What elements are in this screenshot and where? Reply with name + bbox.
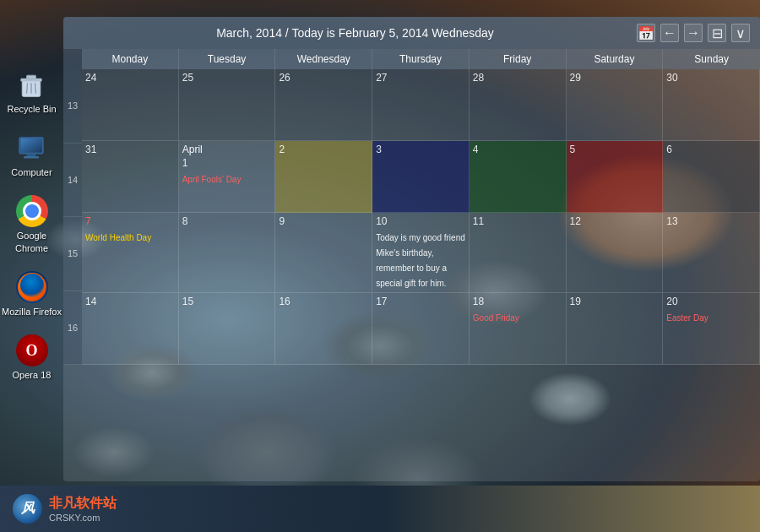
firefox-label: Mozilla Firefox — [2, 307, 62, 317]
cell-apr9[interactable]: 9 — [275, 213, 372, 293]
cell-apr15[interactable]: 15 — [179, 293, 276, 365]
chrome-label2: Chrome — [15, 243, 48, 253]
week-num-15: 15 — [63, 217, 82, 291]
computer-icon[interactable]: Computer — [11, 131, 52, 177]
date-apr18: 18 — [473, 296, 562, 307]
mozilla-firefox-icon[interactable]: Mozilla Firefox — [2, 270, 62, 317]
svg-rect-2 — [27, 75, 36, 79]
cell-feb28[interactable]: 28 — [470, 69, 567, 141]
date-feb25: 25 — [182, 72, 272, 84]
header-controls: 📅 ← → ⊟ ∨ — [637, 24, 750, 42]
prev-btn[interactable]: ← — [660, 24, 679, 42]
cell-apr18[interactable]: 18 Good Friday — [470, 293, 567, 365]
dropdown-btn[interactable]: ∨ — [731, 24, 750, 42]
cell-feb25[interactable]: 25 — [179, 69, 276, 141]
date-apr1: 1 — [182, 157, 272, 169]
opera-icon-graphic: O — [16, 334, 48, 366]
calendar-body: 13 14 15 16 24 25 26 27 28 29 — [63, 69, 760, 365]
date-apr6: 6 — [666, 144, 756, 155]
date-apr17: 17 — [376, 296, 465, 307]
date-apr12: 12 — [570, 215, 660, 227]
event-apr18: Good Friday — [473, 313, 519, 323]
cell-apr4[interactable]: 4 — [470, 141, 567, 213]
cell-month-label[interactable]: April 1 April Fools' Day — [179, 141, 276, 213]
opera-label: Opera 18 — [13, 370, 52, 380]
google-chrome-icon[interactable]: Google Chrome — [15, 194, 49, 253]
weekday-tuesday: Tuesday — [179, 49, 276, 69]
cell-mar1-wk13[interactable]: 29 — [567, 69, 664, 141]
week-num-14: 14 — [63, 144, 82, 218]
date-apr11: 11 — [473, 215, 562, 227]
cell-feb26[interactable]: 26 — [275, 69, 372, 141]
cell-mar31[interactable]: 31 — [82, 141, 179, 213]
weekday-sunday: Sunday — [663, 49, 760, 69]
svg-rect-10 — [24, 156, 39, 159]
desktop-icons-panel: Recycle Bin Computer Googl — [0, 68, 63, 380]
cell-apr16[interactable]: 16 — [275, 293, 372, 365]
calendar: March, 2014 / Today is February 5, 2014 … — [63, 17, 760, 481]
cell-apr13[interactable]: 13 — [663, 213, 760, 293]
brand-text: 非凡软件站 CRSKY.com — [49, 495, 117, 523]
chrome-label: Google — [17, 231, 46, 241]
date-apr9: 9 — [279, 215, 368, 227]
date-apr7: 7 — [85, 215, 175, 227]
date-apr10: 10 — [376, 215, 465, 227]
date-apr4: 4 — [473, 144, 562, 155]
recycle-bin-icon[interactable]: Recycle Bin — [7, 68, 56, 114]
brand-logo: 风 非凡软件站 CRSKY.com — [13, 494, 117, 524]
cell-apr19[interactable]: 19 — [567, 293, 664, 365]
date-apr8: 8 — [182, 215, 272, 227]
date-mar2-wk13: 30 — [666, 72, 756, 84]
date-feb28: 28 — [473, 72, 562, 84]
date-apr5: 5 — [570, 144, 660, 155]
date-apr15: 15 — [182, 296, 272, 307]
event-apr1: April Fools' Day — [182, 175, 242, 184]
event-apr20: Easter Day — [666, 313, 708, 323]
week-num-16: 16 — [63, 291, 82, 366]
cell-apr14[interactable]: 14 — [82, 293, 179, 365]
weekday-saturday: Saturday — [567, 49, 664, 69]
cell-apr11[interactable]: 11 — [470, 213, 567, 293]
opera-icon[interactable]: O Opera 18 — [13, 334, 52, 380]
chrome-icon-graphic — [16, 195, 48, 227]
svg-line-3 — [27, 83, 28, 94]
april-label: April — [182, 144, 272, 155]
cell-mar2-wk13[interactable]: 30 — [663, 69, 760, 141]
date-mar1-wk13: 29 — [570, 72, 660, 84]
date-apr19: 19 — [570, 296, 660, 307]
week-numbers: 13 14 15 16 — [63, 69, 82, 365]
cell-feb24[interactable]: 24 — [82, 69, 179, 141]
brand-name: 非凡软件站 — [49, 495, 117, 513]
cell-apr20[interactable]: 20 Easter Day — [663, 293, 760, 365]
calendar-grid: 24 25 26 27 28 29 30 31 — [82, 69, 760, 365]
date-apr14: 14 — [85, 296, 175, 307]
bottom-bar: 风 非凡软件站 CRSKY.com — [0, 486, 760, 532]
cell-feb27[interactable]: 27 — [372, 69, 470, 141]
date-apr13: 13 — [666, 215, 756, 227]
calendar-header: March, 2014 / Today is February 5, 2014 … — [63, 17, 760, 49]
weekday-thursday: Thursday — [372, 49, 470, 69]
cell-apr12[interactable]: 12 — [567, 213, 664, 293]
firefox-icon-graphic — [16, 271, 48, 303]
next-btn[interactable]: → — [684, 24, 703, 42]
monitor-btn[interactable]: ⊟ — [708, 24, 726, 42]
cell-apr6[interactable]: 6 — [663, 141, 760, 213]
cell-apr2[interactable]: 2 — [275, 141, 372, 213]
brand-icon: 风 — [13, 494, 42, 524]
cell-apr17[interactable]: 17 — [372, 293, 470, 365]
calendar-title: March, 2014 / Today is February 5, 2014 … — [73, 26, 637, 40]
weekday-monday: Monday — [82, 49, 179, 69]
cell-apr8[interactable]: 8 — [179, 213, 276, 293]
calendar-icon-btn[interactable]: 📅 — [637, 24, 655, 42]
date-apr16: 16 — [279, 296, 368, 307]
cell-apr7[interactable]: 7 World Health Day — [82, 213, 179, 293]
weekday-wednesday: Wednesday — [275, 49, 372, 69]
cell-apr3[interactable]: 3 — [372, 141, 470, 213]
cell-apr5[interactable]: 5 — [567, 141, 664, 213]
svg-line-5 — [35, 83, 36, 94]
date-apr2: 2 — [279, 144, 368, 155]
date-apr20: 20 — [666, 296, 756, 307]
event-apr7: World Health Day — [85, 233, 151, 242]
event-apr10: Today is my good friend Mike's birthday,… — [376, 233, 465, 288]
cell-apr10[interactable]: 10 Today is my good friend Mike's birthd… — [372, 213, 470, 293]
